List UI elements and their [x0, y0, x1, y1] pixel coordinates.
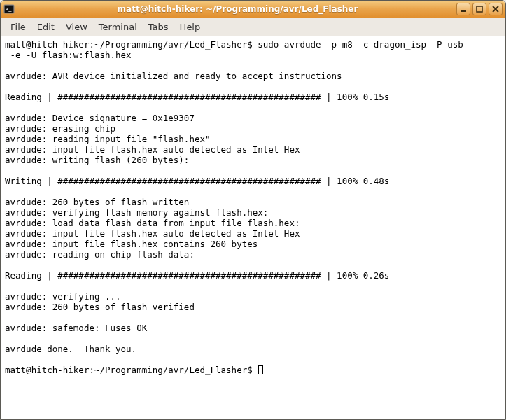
maximize-button[interactable] — [472, 3, 486, 15]
terminal-output[interactable]: matt@hitch-hiker:~/Programming/avr/Led_F… — [1, 36, 505, 419]
menu-terminal[interactable]: Terminal — [93, 20, 143, 34]
output-line: avrdude: Device signature = 0x1e9307 — [5, 113, 195, 123]
command-text: sudo avrdude -p m8 -c dragon_isp -P usb — [258, 39, 463, 50]
output-line: avrdude: input file flash.hex contains 2… — [5, 239, 258, 249]
window-controls — [456, 3, 503, 15]
output-line: avrdude: verifying flash memory against … — [5, 207, 268, 218]
cursor-icon — [258, 365, 263, 374]
menu-help[interactable]: Help — [174, 20, 206, 34]
output-line: avrdude: AVR device initialized and read… — [5, 71, 342, 81]
minimize-button[interactable] — [456, 3, 470, 15]
output-line: avrdude: 260 bytes of flash written — [5, 197, 189, 207]
command-text-2: -e -U flash:w:flash.hex — [5, 50, 132, 60]
output-line: avrdude: input file flash.hex auto detec… — [5, 228, 300, 239]
svg-rect-4 — [477, 6, 482, 12]
output-line: avrdude: load data flash data from input… — [5, 218, 300, 228]
titlebar[interactable]: >_ matt@hitch-hiker: ~/Programming/avr/L… — [1, 1, 505, 18]
maximize-icon — [476, 6, 483, 13]
svg-text:>_: >_ — [6, 6, 12, 12]
output-line: Reading | ##############################… — [5, 270, 389, 281]
close-icon — [492, 6, 499, 13]
output-line: avrdude: reading input file "flash.hex" — [5, 134, 211, 144]
menu-view[interactable]: View — [60, 20, 93, 34]
close-button[interactable] — [489, 3, 503, 15]
minimize-icon — [460, 6, 467, 13]
prompt: matt@hitch-hiker:~/Programming/avr/Led_F… — [5, 39, 258, 50]
output-line: avrdude: verifying ... — [5, 291, 121, 302]
output-line: avrdude: writing flash (260 bytes): — [5, 155, 189, 165]
terminal-app-icon: >_ — [3, 4, 15, 15]
menu-tabs[interactable]: Tabs — [143, 20, 174, 34]
output-line: avrdude done. Thank you. — [5, 344, 136, 354]
menubar: File Edit View Terminal Tabs Help — [1, 18, 505, 36]
output-line: Reading | ##############################… — [5, 92, 389, 102]
output-line: Writing | ##############################… — [5, 176, 389, 186]
window-title: matt@hitch-hiker: ~/Programming/avr/Led_… — [19, 4, 456, 14]
output-line: avrdude: input file flash.hex auto detec… — [5, 144, 300, 155]
menu-edit[interactable]: Edit — [31, 20, 60, 34]
output-line: avrdude: reading on-chip flash data: — [5, 249, 195, 260]
menu-file[interactable]: File — [5, 20, 31, 34]
output-line: avrdude: 260 bytes of flash verified — [5, 302, 195, 312]
terminal-window: >_ matt@hitch-hiker: ~/Programming/avr/L… — [0, 0, 506, 420]
output-line: avrdude: safemode: Fuses OK — [5, 323, 147, 333]
output-line: avrdude: erasing chip — [5, 123, 115, 134]
prompt: matt@hitch-hiker:~/Programming/avr/Led_F… — [5, 365, 258, 375]
